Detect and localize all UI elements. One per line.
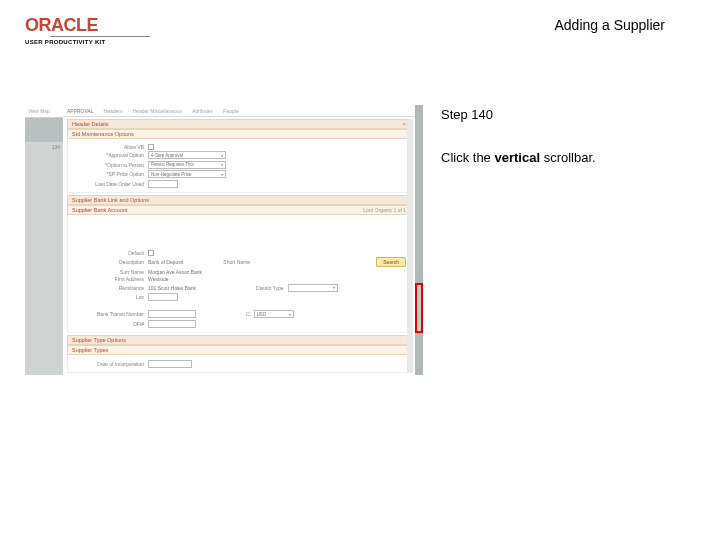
panel-supplier-bank: Supplier Bank Link and Options Supplier … <box>67 195 411 333</box>
menu-item[interactable]: Attributes <box>192 108 213 114</box>
field-label: Default <box>72 250 144 256</box>
instruction-prefix: Click the <box>441 150 494 165</box>
panel-title-text: Supplier Type Options <box>72 337 126 343</box>
panel-subtitle: Std Maintenance Options <box>67 129 411 139</box>
menu-item[interactable]: APPROVAL <box>67 108 94 114</box>
close-icon[interactable]: × <box>402 121 406 127</box>
pager-text: Lord Organic 1 of 1 <box>363 207 406 213</box>
panel-header-details: Header Details × Std Maintenance Options… <box>67 119 411 193</box>
scrollbar-highlight[interactable] <box>415 283 423 333</box>
menu-item[interactable]: Headers <box>104 108 123 114</box>
panel-body: Default Description Bank of Deposit Shor… <box>67 215 411 333</box>
select-persist[interactable]: Persist Requires This <box>148 161 226 169</box>
brand-divider <box>50 36 150 37</box>
panel-supplier-type: Supplier Type Options Supplier Types Dat… <box>67 335 411 373</box>
instruction-suffix: scrollbar. <box>540 150 596 165</box>
field-label: DFI# <box>72 321 144 327</box>
step-instruction: Click the vertical scrollbar. <box>441 150 596 165</box>
field-value: Bank of Deposit <box>148 259 183 265</box>
field-label: Short Name <box>223 259 250 265</box>
screenshot-left-margin: View Map 134 <box>25 105 63 375</box>
checkbox[interactable] <box>148 144 154 150</box>
field-label: Allow VB <box>72 144 144 150</box>
panel-body: Date of Incorporation <box>67 355 411 373</box>
select-currency[interactable]: USD <box>254 310 294 318</box>
field-label: *SP Price Option <box>72 171 144 177</box>
panel-title: Header Details × <box>67 119 411 129</box>
field-label: Last Date Order Used <box>72 181 144 187</box>
checkbox[interactable] <box>148 250 154 256</box>
field-label: *Approval Option <box>72 152 144 158</box>
input-incorp-date[interactable] <box>148 360 192 368</box>
brand-subtitle: USER PRODUCTIVITY KIT <box>25 39 175 45</box>
input-date[interactable] <box>148 180 178 188</box>
app-screenshot: View Map 134 APPROVAL Headers Header Mis… <box>25 105 423 375</box>
menu-item[interactable]: Header Miscellaneous <box>133 108 182 114</box>
field-value: Morgan Ave Assoc Bank <box>148 269 202 275</box>
input-loc[interactable] <box>148 293 178 301</box>
panel-subtitle: Supplier Types <box>67 345 411 355</box>
panel-subtitle-text: Std Maintenance Options <box>72 131 134 137</box>
select-pricing[interactable]: Non-Negotiate Price <box>148 170 226 178</box>
panel-subtitle: Supplier Bank Account Lord Organic 1 of … <box>67 205 411 215</box>
brand-text: ORACLE <box>25 15 175 36</box>
field-label: C <box>246 311 250 317</box>
panel-title: Supplier Type Options <box>67 335 411 345</box>
app-window: APPROVAL Headers Header Miscellaneous At… <box>63 105 415 375</box>
field-label: Sort Name <box>72 269 144 275</box>
page-header: ORACLE USER PRODUCTIVITY KIT Adding a Su… <box>0 0 720 53</box>
instructions-panel: Step 140 Click the vertical scrollbar. <box>441 105 596 375</box>
instruction-bold: vertical <box>494 150 540 165</box>
menu-item: View Map <box>28 108 50 114</box>
panel-title: Supplier Bank Link and Options <box>67 195 411 205</box>
field-label: Date of Incorporation <box>72 361 144 367</box>
panel-title-text: Supplier Bank Link and Options <box>72 197 149 203</box>
input-transit[interactable] <box>148 310 196 318</box>
input-dfi[interactable] <box>148 320 196 328</box>
field-label: Loc <box>72 294 144 300</box>
select-approval[interactable]: 4-Step Approval <box>148 151 226 159</box>
menu-item[interactable]: People <box>223 108 239 114</box>
vertical-scrollbar[interactable] <box>407 119 413 373</box>
field-label: *Option to Persist <box>72 162 144 168</box>
field-value: Westside <box>148 276 168 282</box>
field-label: Description <box>72 259 144 265</box>
field-label: District Type <box>256 285 283 291</box>
panel-subtitle-text: Supplier Bank Account <box>72 207 127 213</box>
panel-body: Allow VB *Approval Option4-Step Approval… <box>67 139 411 193</box>
field-label: Remittance <box>72 285 144 291</box>
select-district[interactable] <box>288 284 338 292</box>
panel-subtitle-text: Supplier Types <box>72 347 108 353</box>
app-menubar: APPROVAL Headers Header Miscellaneous At… <box>63 105 415 117</box>
oracle-logo: ORACLE USER PRODUCTIVITY KIT <box>25 15 175 45</box>
search-button[interactable]: Search <box>376 257 406 267</box>
field-label: Bank Transit Number <box>72 311 144 317</box>
field-label: First Address <box>72 276 144 282</box>
step-number: Step 140 <box>441 107 596 122</box>
field-value: 101 Scott Hales Bank <box>148 285 196 291</box>
content-area: View Map 134 APPROVAL Headers Header Mis… <box>0 53 720 375</box>
page-title: Adding a Supplier <box>554 15 695 33</box>
panel-title-text: Header Details <box>72 121 108 127</box>
